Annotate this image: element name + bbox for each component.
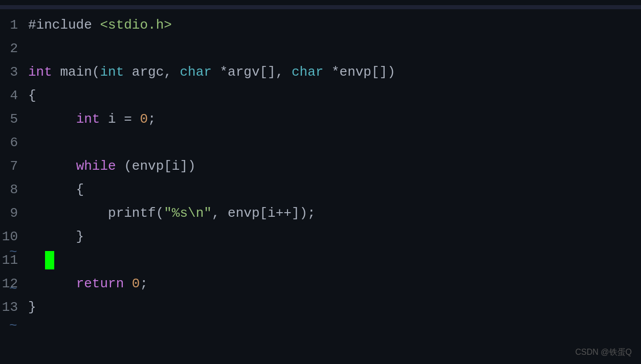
token — [28, 158, 76, 174]
top-bar — [0, 5, 641, 9]
token — [124, 276, 132, 291]
token: <stdio.h> — [100, 17, 171, 33]
code-line-3: 3 int main(int argc, char *argv[], char … — [0, 60, 641, 84]
token — [28, 111, 76, 127]
line-number-5: 5 — [0, 111, 28, 127]
line-content-5: int i = 0; — [28, 111, 156, 127]
watermark: CSDN @铁蛋Q — [576, 347, 632, 358]
token: main( — [52, 64, 100, 80]
token: } — [28, 229, 84, 244]
token: 0 — [140, 111, 148, 127]
code-line-4: 4 { — [0, 84, 641, 107]
token: while — [76, 158, 116, 174]
line-content-4: { — [28, 88, 36, 103]
line-content-1: #include <stdio.h> — [28, 17, 172, 33]
token: *envp[]) — [323, 64, 395, 80]
code-line-12: 12 return 0; — [0, 272, 641, 295]
line-content-3: int main(int argc, char *argv[], char *e… — [28, 64, 395, 80]
code-line-5: 5 int i = 0; — [0, 107, 641, 131]
line-number-9: 9 — [0, 206, 28, 221]
code-line-13: 13 } — [0, 295, 641, 319]
tilde-area: ~ ~ ~ — [9, 244, 17, 333]
code-line-2: 2 — [0, 37, 641, 60]
code-line-7: 7 while (envp[i]) — [0, 154, 641, 178]
line-content-11 — [28, 251, 54, 269]
line-content-9: printf("%s\n", envp[i++]); — [28, 206, 316, 221]
token: { — [28, 182, 84, 197]
line-content-12: return 0; — [28, 276, 148, 291]
tilde-2: ~ — [9, 281, 17, 297]
line-content-8: { — [28, 182, 84, 197]
token: ; — [148, 111, 156, 127]
token: int — [76, 111, 100, 127]
code-line-9: 9 printf("%s\n", envp[i++]); — [0, 201, 641, 225]
code-line-10: 10 } — [0, 225, 641, 248]
token: char — [180, 64, 211, 80]
token: printf( — [28, 206, 164, 221]
line-content-13: } — [28, 300, 36, 315]
code-line-8: 8 { — [0, 178, 641, 201]
line-number-10: 10 — [0, 229, 28, 244]
line-number-4: 4 — [0, 88, 28, 103]
token: int — [28, 64, 52, 80]
token: ; — [140, 276, 148, 291]
token: int — [100, 64, 124, 80]
token: 0 — [132, 276, 140, 291]
token: argc, — [124, 64, 180, 80]
code-editor: 1 #include <stdio.h> 2 3 int main(int ar… — [0, 0, 641, 364]
line-number-8: 8 — [0, 182, 28, 197]
code-area[interactable]: 1 #include <stdio.h> 2 3 int main(int ar… — [0, 9, 641, 323]
line-number-7: 7 — [0, 158, 28, 174]
code-line-1: 1 #include <stdio.h> — [0, 13, 641, 37]
token: , envp[i++]); — [212, 206, 316, 221]
line-number-2: 2 — [0, 41, 28, 56]
token: return — [76, 276, 124, 291]
token: *argv[], — [212, 64, 292, 80]
token: i = — [100, 111, 140, 127]
line-number-3: 3 — [0, 64, 28, 80]
line-content-7: while (envp[i]) — [28, 158, 196, 174]
token: { — [28, 88, 36, 103]
token — [28, 276, 76, 291]
cursor-block — [45, 251, 54, 269]
code-line-11: 11 — [0, 248, 641, 272]
line-content-10: } — [28, 229, 84, 244]
token: } — [28, 300, 36, 315]
code-line-6: 6 — [0, 131, 641, 154]
line-number-6: 6 — [0, 135, 28, 150]
token: "%s\n" — [164, 206, 212, 221]
tilde-3: ~ — [9, 318, 17, 333]
token: #include — [28, 17, 100, 33]
token: char — [292, 64, 323, 80]
line-number-1: 1 — [0, 17, 28, 33]
tilde-1: ~ — [9, 244, 17, 260]
token — [28, 253, 44, 268]
token: (envp[i]) — [116, 158, 196, 174]
